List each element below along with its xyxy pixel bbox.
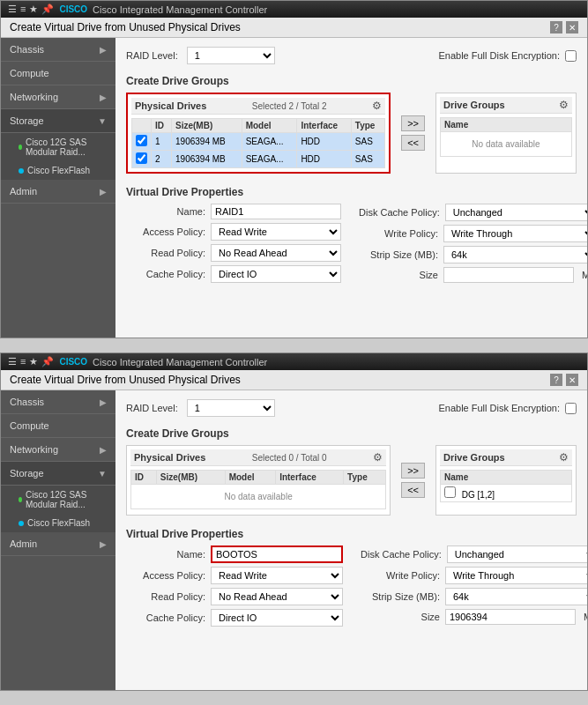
dot-indicator-cyan-2 bbox=[19, 521, 24, 526]
sidebar-item-networking-1[interactable]: Networking ▶ bbox=[1, 85, 115, 109]
vd-cache-select-1[interactable]: Direct IO bbox=[211, 265, 341, 283]
cisco-logo-2: CISCO bbox=[59, 357, 87, 367]
chevron-right-icon-4: ▶ bbox=[100, 397, 107, 407]
sidebar-subitem-flex-1[interactable]: Cisco FlexFlash bbox=[1, 161, 115, 180]
vd-strip-select-2[interactable]: 64k bbox=[445, 588, 587, 605]
arrow-left-btn-1[interactable]: << bbox=[401, 135, 425, 151]
sidebar-label-networking-2: Networking bbox=[10, 444, 58, 455]
vd-diskcache-select-2[interactable]: Unchanged bbox=[447, 545, 587, 563]
dg-gear-icon-2[interactable]: ⚙ bbox=[559, 451, 569, 464]
dg-col-name-1: Name bbox=[441, 118, 572, 132]
dg-no-data-1: No data available bbox=[441, 132, 572, 157]
raid-row-1: RAID Level: 1 Enable Full Disk Encryptio… bbox=[126, 47, 577, 64]
app-title-2: Cisco Integrated Management Controller bbox=[93, 357, 267, 367]
dg-name-1: DG [1,2] bbox=[462, 490, 495, 500]
sidebar-item-chassis-2[interactable]: Chassis ▶ bbox=[1, 390, 115, 414]
list-icon-2[interactable]: ≡ bbox=[20, 356, 26, 367]
vd-name-row-1: Name: bbox=[126, 204, 341, 219]
drive-groups-area-2: Physical Drives Selected 0 / Total 0 ⚙ I… bbox=[126, 445, 577, 516]
list-icon[interactable]: ≡ bbox=[20, 4, 26, 15]
vd-size-input-1[interactable] bbox=[443, 267, 574, 283]
row-id-2: 2 bbox=[152, 151, 172, 168]
pd-title-1: Physical Drives bbox=[135, 100, 206, 111]
sidebar-item-networking-2[interactable]: Networking ▶ bbox=[1, 438, 115, 462]
pd-no-data-2: No data available bbox=[131, 485, 386, 509]
vd-size-input-2[interactable] bbox=[445, 609, 576, 625]
dg-title-1: Drive Groups bbox=[443, 100, 505, 110]
close-button-1[interactable]: ✕ bbox=[566, 21, 578, 33]
chevron-down-icon-2: ▼ bbox=[98, 469, 107, 479]
star-icon[interactable]: ★ bbox=[29, 4, 38, 15]
sidebar-subitem-raid-1[interactable]: Cisco 12G SAS Modular Raid... bbox=[1, 133, 115, 161]
vd-read-select-1[interactable]: No Read Ahead bbox=[211, 244, 341, 262]
vd-read-label-2: Read Policy: bbox=[126, 591, 205, 602]
vd-write-select-1[interactable]: Write Through bbox=[443, 225, 587, 242]
vd-form-2: Name: Access Policy: Read Write Read Pol… bbox=[126, 545, 577, 630]
table-row[interactable]: 1 1906394 MB SEAGA... HDD SAS bbox=[132, 133, 385, 151]
pd-gear-icon-1[interactable]: ⚙ bbox=[372, 100, 382, 112]
title-bar-1: ☰ ≡ ★ 📌 CISCO Cisco Integrated Managemen… bbox=[1, 1, 587, 18]
dg-row-1[interactable]: DG [1,2] bbox=[441, 485, 572, 502]
pd-col-id-2: ID bbox=[131, 471, 157, 485]
encrypt-checkbox-1[interactable] bbox=[565, 50, 577, 62]
sidebar-item-compute-1[interactable]: Compute bbox=[1, 62, 115, 85]
vd-access-select-2[interactable]: Read Write bbox=[211, 567, 343, 584]
drive-groups-panel-2: Drive Groups ⚙ Name bbox=[435, 445, 577, 516]
sidebar-subitem-flex-2[interactable]: Cisco FlexFlash bbox=[1, 514, 115, 532]
sidebar-item-chassis-1[interactable]: Chassis ▶ bbox=[1, 38, 115, 62]
encrypt-checkbox-2[interactable] bbox=[565, 403, 577, 414]
vd-name-input-1[interactable] bbox=[211, 204, 341, 219]
dg-check-1[interactable] bbox=[444, 486, 456, 498]
section-title-1: Create Drive Groups bbox=[126, 75, 577, 87]
chevron-right-icon-2: ▶ bbox=[100, 93, 107, 102]
vd-diskcache-select-1[interactable]: Unchanged bbox=[445, 204, 587, 221]
dot-indicator-green-1 bbox=[19, 145, 22, 150]
physical-drives-panel-1: Physical Drives Selected 2 / Total 2 ⚙ I… bbox=[126, 93, 391, 174]
dg-gear-icon-1[interactable]: ⚙ bbox=[559, 99, 569, 111]
sidebar-item-storage-2[interactable]: Storage ▼ bbox=[1, 462, 115, 486]
sidebar-item-storage-1[interactable]: Storage ▼ bbox=[1, 109, 115, 133]
hamburger-icon-2[interactable]: ☰ bbox=[8, 356, 17, 367]
sidebar-item-compute-2[interactable]: Compute bbox=[1, 414, 115, 438]
sidebar-label-compute-1: Compute bbox=[10, 68, 49, 78]
arrow-left-btn-2[interactable]: << bbox=[401, 482, 425, 498]
table-row[interactable]: DG [1,2] bbox=[441, 485, 572, 502]
vd-access-select-1[interactable]: Read Write bbox=[211, 223, 341, 241]
help-button-1[interactable]: ? bbox=[550, 21, 562, 33]
pd-table-1: ID Size(MB) Model Interface Type 1 bbox=[131, 118, 385, 168]
table-row[interactable]: 2 1906394 MB SEAGA... HDD SAS bbox=[132, 151, 385, 168]
pin-icon[interactable]: 📌 bbox=[41, 4, 54, 15]
sidebar-label-flex-1: Cisco FlexFlash bbox=[27, 166, 90, 175]
pin-icon-2[interactable]: 📌 bbox=[41, 356, 54, 367]
vd-write-select-2[interactable]: Write Through bbox=[445, 567, 587, 584]
star-icon-2[interactable]: ★ bbox=[29, 356, 38, 367]
pd-col-size-1: Size(MB) bbox=[172, 119, 242, 133]
raid-select-1[interactable]: 1 bbox=[187, 47, 275, 64]
vd-read-select-2[interactable]: No Read Ahead bbox=[211, 588, 343, 605]
help-button-2[interactable]: ? bbox=[550, 374, 562, 386]
arrow-right-btn-1[interactable]: >> bbox=[401, 115, 425, 131]
raid-select-2[interactable]: 1 bbox=[187, 399, 275, 417]
vd-access-label-2: Access Policy: bbox=[126, 570, 205, 581]
pd-gear-icon-2[interactable]: ⚙ bbox=[373, 451, 383, 464]
sidebar-subitem-raid-2[interactable]: Cisco 12G SAS Modular Raid... bbox=[1, 486, 115, 514]
sidebar-item-admin-2[interactable]: Admin ▶ bbox=[1, 532, 115, 556]
sidebar-item-admin-1[interactable]: Admin ▶ bbox=[1, 180, 115, 204]
dg-col-name-2: Name bbox=[441, 471, 572, 485]
sidebar-label-raid-2: Cisco 12G SAS Modular Raid... bbox=[26, 490, 107, 509]
row-type-1: SAS bbox=[351, 133, 384, 151]
vd-strip-select-1[interactable]: 64k bbox=[443, 246, 587, 263]
chevron-right-icon-5: ▶ bbox=[100, 445, 107, 455]
row-check-1[interactable] bbox=[132, 133, 152, 151]
close-button-2[interactable]: ✕ bbox=[566, 374, 578, 386]
row-check-2[interactable] bbox=[132, 151, 152, 168]
drive-groups-area-1: Physical Drives Selected 2 / Total 2 ⚙ I… bbox=[126, 93, 577, 174]
sidebar-label-admin-1: Admin bbox=[10, 186, 37, 197]
hamburger-icon[interactable]: ☰ bbox=[8, 4, 17, 15]
vd-name-input-2[interactable] bbox=[211, 545, 343, 563]
pd-subtitle-1: Selected 2 / Total 2 bbox=[252, 101, 327, 111]
dialog-title-2: Create Virtual Drive from Unused Physica… bbox=[10, 374, 241, 386]
vd-cache-select-2[interactable]: Direct IO bbox=[211, 609, 343, 627]
vd-write-label-1: Write Policy: bbox=[359, 228, 438, 239]
arrow-right-btn-2[interactable]: >> bbox=[401, 463, 425, 479]
